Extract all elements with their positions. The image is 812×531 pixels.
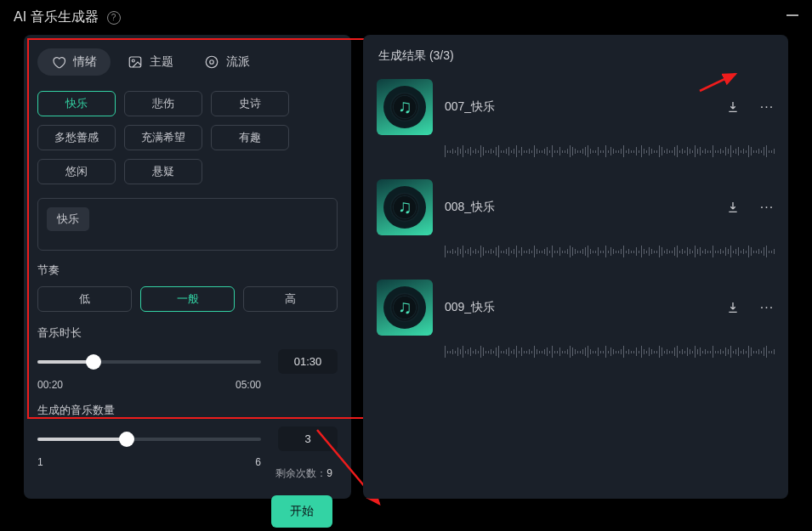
- tab-mood[interactable]: 情绪: [37, 48, 111, 76]
- results-panel: 生成结果 (3/3) ♫ 007_快乐 ··· ♫ 008_快乐 ···: [363, 35, 788, 499]
- selected-tag[interactable]: 快乐: [47, 207, 89, 231]
- result-thumb[interactable]: ♫: [377, 79, 433, 135]
- result-title: 008_快乐: [445, 200, 495, 215]
- duration-value: 01:30: [278, 349, 338, 374]
- selected-tags: 快乐: [37, 198, 338, 251]
- duration-max: 05:00: [236, 379, 261, 391]
- tab-theme[interactable]: 主题: [114, 48, 187, 76]
- more-icon[interactable]: ···: [759, 200, 775, 215]
- svg-point-3: [210, 60, 214, 65]
- duration-min: 00:20: [37, 379, 63, 391]
- duration-thumb[interactable]: [86, 354, 101, 370]
- result-item: ♫ 007_快乐 ···: [377, 79, 775, 162]
- chip-chill[interactable]: 悠闲: [37, 159, 116, 184]
- tempo-high[interactable]: 高: [243, 286, 338, 312]
- svg-point-2: [206, 56, 218, 68]
- count-label: 生成的音乐数量: [37, 403, 338, 418]
- tab-label: 流派: [226, 54, 250, 70]
- svg-rect-0: [129, 57, 141, 67]
- tab-label: 情绪: [73, 54, 97, 70]
- settings-panel: 情绪 主题 流派 快乐 悲伤 史诗 多愁善感 充满希望 有趣 悠闲: [24, 35, 351, 499]
- chip-sad[interactable]: 悲伤: [124, 91, 202, 116]
- tempo-label: 节奏: [37, 263, 338, 278]
- tab-genre[interactable]: 流派: [190, 48, 264, 76]
- result-title: 007_快乐: [445, 99, 495, 115]
- result-item: ♫ 008_快乐 ···: [377, 179, 775, 263]
- waveform[interactable]: [445, 341, 775, 363]
- image-icon: [128, 54, 143, 70]
- more-icon[interactable]: ···: [759, 99, 775, 115]
- chip-fun[interactable]: 有趣: [211, 125, 289, 150]
- start-button[interactable]: 开始: [271, 495, 332, 528]
- mood-chips: 快乐 悲伤 史诗 多愁善感 充满希望 有趣 悠闲 悬疑: [37, 91, 338, 184]
- result-title: 009_快乐: [445, 300, 495, 315]
- waveform[interactable]: [445, 240, 775, 263]
- music-note-icon: ♫: [398, 196, 412, 218]
- download-icon[interactable]: [725, 300, 741, 315]
- remaining-count: 剩余次数：9: [275, 466, 332, 481]
- more-icon[interactable]: ···: [759, 300, 775, 315]
- chip-happy[interactable]: 快乐: [37, 91, 116, 116]
- chip-suspense[interactable]: 悬疑: [124, 159, 202, 184]
- music-note-icon: ♫: [398, 96, 412, 118]
- download-icon[interactable]: [725, 99, 741, 115]
- heart-icon: [51, 54, 66, 70]
- count-max: 6: [255, 456, 261, 468]
- count-slider[interactable]: [37, 438, 261, 441]
- category-tabs: 情绪 主题 流派: [37, 48, 338, 76]
- count-value: 3: [278, 426, 338, 451]
- app-title: AI 音乐生成器: [14, 8, 99, 26]
- minimize-icon[interactable]: [786, 14, 798, 16]
- tab-label: 主题: [150, 54, 173, 70]
- duration-label: 音乐时长: [37, 325, 338, 341]
- tempo-normal[interactable]: 一般: [140, 286, 235, 312]
- duration-slider[interactable]: [37, 360, 261, 364]
- music-note-icon: ♫: [398, 297, 412, 319]
- results-title: 生成结果 (3/3): [377, 48, 775, 64]
- result-item: ♫ 009_快乐 ···: [377, 280, 775, 363]
- svg-point-1: [132, 59, 134, 62]
- waveform[interactable]: [445, 140, 775, 162]
- result-thumb[interactable]: ♫: [377, 179, 433, 235]
- tempo-low[interactable]: 低: [37, 286, 132, 312]
- download-icon[interactable]: [725, 200, 741, 215]
- count-min: 1: [37, 456, 43, 468]
- result-thumb[interactable]: ♫: [377, 280, 433, 336]
- count-thumb[interactable]: [119, 432, 134, 447]
- chip-sentimental[interactable]: 多愁善感: [37, 125, 116, 150]
- tempo-segment: 低 一般 高: [37, 286, 338, 312]
- help-icon[interactable]: ?: [107, 11, 121, 25]
- chip-epic[interactable]: 史诗: [211, 91, 289, 116]
- disc-icon: [204, 54, 219, 70]
- chip-hopeful[interactable]: 充满希望: [124, 125, 202, 150]
